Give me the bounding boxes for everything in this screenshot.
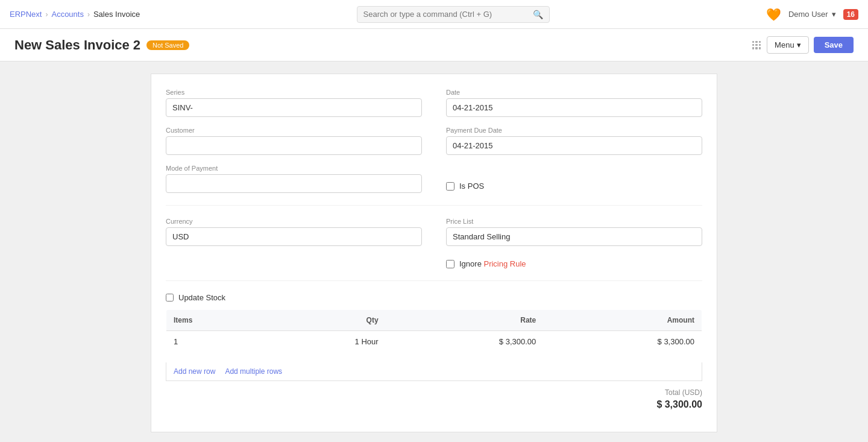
customer-input[interactable] [166,136,422,155]
form-row-1: Series Date [166,89,702,117]
table-row[interactable]: 1 1 Hour $ 3,300.00 $ 3,300.00 [166,331,702,353]
form-row-2: Customer Payment Due Date [166,127,702,155]
user-menu[interactable]: Demo User ▾ [788,10,836,19]
is-pos-checkbox[interactable] [446,182,454,191]
mode-of-payment-input[interactable] [166,174,422,193]
search-bar[interactable]: 🔍 [357,6,550,23]
series-label: Series [166,89,422,96]
form-row-4: Currency Price List [166,218,702,246]
price-list-field: Price List [446,218,702,246]
page-header: New Sales Invoice 2 Not Saved Menu ▾ Sav… [0,29,868,62]
navbar-right: 🧡 Demo User ▾ 16 [766,7,858,22]
section-divider-1 [166,205,702,206]
update-stock-label[interactable]: Update Stock [178,293,225,302]
date-label: Date [446,89,702,96]
currency-field: Currency [166,218,422,246]
ignore-pricing-rule-checkbox[interactable] [446,260,454,268]
mode-of-payment-label: Mode of Payment [166,165,422,172]
form-row-5: Ignore Pricing Rule [166,256,702,268]
page-actions: Menu ▾ Save [751,36,854,54]
search-icon: 🔍 [533,10,543,19]
is-pos-checkbox-row: Is POS [446,182,702,191]
col-header-qty: Qty [269,310,386,331]
series-field: Series [166,89,422,117]
mode-of-payment-field: Mode of Payment [166,165,422,193]
ignore-pricing-rule-label[interactable]: Ignore Pricing Rule [459,259,526,268]
update-stock-checkbox[interactable] [166,294,174,302]
main-content: Series Date Customer Payment Due Date Mo… [0,62,868,442]
currency-input[interactable] [166,227,422,246]
customer-label: Customer [166,127,422,134]
col-header-items: Items [166,310,269,331]
col-header-rate: Rate [386,310,544,331]
cell-amount: $ 3,300.00 [543,331,702,353]
series-input[interactable] [166,98,422,117]
col-header-amount: Amount [543,310,702,331]
menu-button[interactable]: Menu ▾ [767,36,809,54]
is-pos-label[interactable]: Is POS [459,182,484,191]
add-multiple-rows-link[interactable]: Add multiple rows [225,367,282,376]
breadcrumb-accounts[interactable]: Accounts [51,10,83,19]
date-input[interactable] [446,98,702,117]
grid-view-icon[interactable] [751,40,762,51]
breadcrumb-sep-2: › [87,10,90,19]
date-field: Date [446,89,702,117]
user-icon: 🧡 [766,7,781,22]
customer-field: Customer [166,127,422,155]
table-actions: Add new row Add multiple rows [166,362,702,381]
section-divider-2 [166,280,702,281]
items-table: Items Qty Rate Amount 1 1 Hour $ 3,300.0… [166,309,702,353]
price-list-label: Price List [446,218,702,225]
breadcrumb-sep-1: › [45,10,48,19]
cell-rate: $ 3,300.00 [386,331,544,353]
payment-due-date-label: Payment Due Date [446,127,702,134]
payment-due-date-input[interactable] [446,136,702,155]
menu-dropdown-icon: ▾ [797,40,801,49]
cell-qty: 1 Hour [269,331,386,353]
total-value: $ 3,300.00 [656,399,702,410]
cell-item: 1 [166,331,269,353]
navbar: ERPNext › Accounts › Sales Invoice 🔍 🧡 D… [0,0,868,29]
status-badge: Not Saved [146,40,189,50]
add-new-row-link[interactable]: Add new row [174,367,215,376]
total-section: Total (USD) $ 3,300.00 [166,381,702,417]
page-title: New Sales Invoice 2 [14,37,140,53]
user-name: Demo User [788,10,828,19]
table-header-row: Items Qty Rate Amount [166,310,702,331]
breadcrumb: ERPNext › Accounts › Sales Invoice [10,10,140,19]
search-input[interactable] [363,10,528,19]
update-stock-row: Update Stock [166,293,702,302]
payment-due-date-field: Payment Due Date [446,127,702,155]
form-row-3: Mode of Payment Is POS [166,165,702,193]
save-button[interactable]: Save [814,37,854,53]
price-list-input[interactable] [446,227,702,246]
is-pos-field: Is POS [446,165,702,193]
currency-label: Currency [166,218,422,225]
notification-badge[interactable]: 16 [843,9,858,20]
breadcrumb-erpnext[interactable]: ERPNext [10,10,42,19]
user-dropdown-icon: ▾ [832,10,836,19]
ignore-pricing-rule-row: Ignore Pricing Rule [446,259,526,268]
form-container: Series Date Customer Payment Due Date Mo… [151,74,717,432]
total-label: Total (USD) [665,388,702,397]
page-title-area: New Sales Invoice 2 Not Saved [14,37,189,53]
breadcrumb-sales-invoice: Sales Invoice [93,10,140,19]
